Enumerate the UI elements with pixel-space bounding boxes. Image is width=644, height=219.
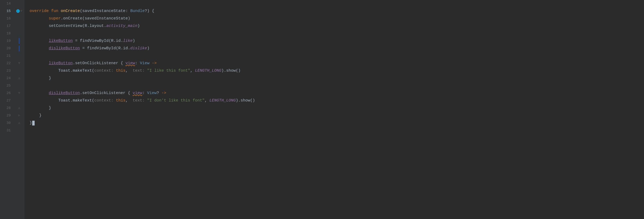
paren-close-17: ) <box>137 23 140 29</box>
paren-close-23: ). <box>221 68 226 74</box>
comma-23: , <box>125 68 133 74</box>
space-ctx-27 <box>113 98 116 104</box>
gutter-row-22: 22 ▽ <box>0 60 24 67</box>
method-oncreate-call: onCreate <box>63 15 82 22</box>
toast-class-27: Toast <box>58 98 70 104</box>
space-22 <box>149 60 152 66</box>
line-number-29: 29 <box>0 113 14 118</box>
indent-20 <box>30 45 49 51</box>
gutter-row-18: 18 <box>0 30 24 37</box>
string-like-23: "I like this font" <box>147 68 190 74</box>
gutter-icons-26[interactable]: ▽ <box>14 91 24 95</box>
arg-savedinstancestate: savedInstanceState <box>85 15 128 22</box>
colon-22: : <box>135 60 140 66</box>
r-layout: R.layout. <box>85 23 106 29</box>
line-number-gutter: 14 15 ▽ 16 17 18 19 <box>0 0 24 219</box>
gutter-icons-24[interactable]: △ <box>14 76 24 80</box>
line-number-21: 21 <box>0 53 14 59</box>
line-number-30: 30 <box>0 120 14 126</box>
gutter-row-20: 20 <box>0 45 24 52</box>
gutter-row-23: 23 <box>0 67 24 75</box>
line-number-22: 22 <box>0 61 14 66</box>
code-line-15: override fun onCreate ( savedInstanceSta… <box>24 7 644 15</box>
code-line-18 <box>24 30 644 37</box>
fold-icon-26[interactable]: ▽ <box>18 91 20 95</box>
code-line-25 <box>24 82 644 90</box>
fold-icon-29[interactable]: ▷ <box>18 113 20 118</box>
gutter-row-26: 26 ▽ <box>0 90 24 97</box>
gutter-row-16: 16 <box>0 15 24 22</box>
code-line-19: likeButton = findViewById (R.id. like ) <box>24 37 644 45</box>
paren-close-16: ) <box>128 15 130 22</box>
fold-icon-30[interactable]: △ <box>18 121 20 125</box>
gutter-icons-20 <box>14 46 24 51</box>
fold-icon-24[interactable]: △ <box>18 76 20 80</box>
fold-icon-28[interactable]: △ <box>18 106 20 110</box>
indent-23 <box>30 68 58 74</box>
code-content[interactable]: override fun onCreate ( savedInstanceSta… <box>24 0 644 219</box>
code-line-26: dislikeButton . setOnClickListener { vie… <box>24 90 644 97</box>
gutter-icons-22[interactable]: ▽ <box>14 61 24 66</box>
line-number-24: 24 <box>0 76 14 81</box>
keyword-super: super <box>49 15 61 22</box>
brace-22: { <box>118 60 125 66</box>
dot-23: . <box>70 68 73 74</box>
method-show-23: show <box>226 68 236 74</box>
gutter-row-21: 21 <box>0 52 24 60</box>
code-line-28: } <box>24 104 644 112</box>
paren-19: (R.id. <box>109 38 123 44</box>
brace-close-24: } <box>49 75 51 81</box>
line-number-23: 23 <box>0 68 14 74</box>
marker-19 <box>19 38 20 44</box>
gutter-icons-28[interactable]: △ <box>14 106 24 110</box>
indent-24 <box>30 75 49 81</box>
paren-17: ( <box>82 23 85 29</box>
paren-16: ( <box>82 15 85 22</box>
paren-open: ( <box>80 8 82 14</box>
code-line-17: setContentView ( R.layout. activity_main… <box>24 22 644 30</box>
gutter-row-28: 28 △ <box>0 104 24 112</box>
const-length-long-23: LENGTH_LONG <box>195 68 221 74</box>
parens-show-27: () <box>250 98 255 104</box>
breakpoint-icon-15[interactable] <box>16 9 20 13</box>
gutter-icons-29[interactable]: ▷ <box>14 113 24 118</box>
code-line-27: Toast . makeText ( context: this , text:… <box>24 97 644 104</box>
comma-27: , <box>125 98 133 104</box>
fn-oncreate: onCreate <box>61 8 80 14</box>
paren-close-19: ) <box>133 38 135 44</box>
comma2-23: , <box>190 68 195 74</box>
indent-29 <box>30 112 39 119</box>
line-number-18: 18 <box>0 31 14 36</box>
gutter-icons-19 <box>14 38 24 44</box>
method-setcontentview: setContentView <box>49 23 82 29</box>
fold-icon-15[interactable]: ▽ <box>21 9 22 13</box>
gutter-icons-15[interactable]: ▽ <box>14 9 24 13</box>
space <box>58 8 61 14</box>
indent-28 <box>30 105 49 111</box>
arrow-26: -> <box>161 90 166 96</box>
paren-20: (R.id. <box>116 45 130 51</box>
code-line-23: Toast . makeText ( context: this , text:… <box>24 67 644 75</box>
marker-20 <box>19 46 20 51</box>
code-line-21 <box>24 52 644 60</box>
indent-19 <box>30 38 49 44</box>
line-number-16: 16 <box>0 16 14 21</box>
line-number-20: 20 <box>0 46 14 51</box>
method-findviewbyid-20: findViewById <box>87 45 116 51</box>
gutter-row-29: 29 ▷ <box>0 112 24 119</box>
keyword-this-27: this <box>116 98 125 104</box>
gutter-icons-30[interactable]: △ <box>14 121 24 125</box>
colon: : <box>125 8 130 14</box>
const-length-long-27: LENGTH_LONG <box>209 98 236 104</box>
assign-19: = <box>73 38 80 44</box>
code-line-22: likeButton . setOnClickListener { view :… <box>24 60 644 67</box>
indent-26 <box>30 90 49 96</box>
fold-icon-22[interactable]: ▽ <box>18 61 20 66</box>
toast-class-23: Toast <box>58 68 70 74</box>
indent-16 <box>30 15 49 22</box>
dot-27: . <box>70 98 73 104</box>
code-line-14 <box>24 0 644 7</box>
dot-22: . <box>73 60 75 66</box>
code-line-29: } <box>24 112 644 119</box>
indent-22 <box>30 60 49 66</box>
